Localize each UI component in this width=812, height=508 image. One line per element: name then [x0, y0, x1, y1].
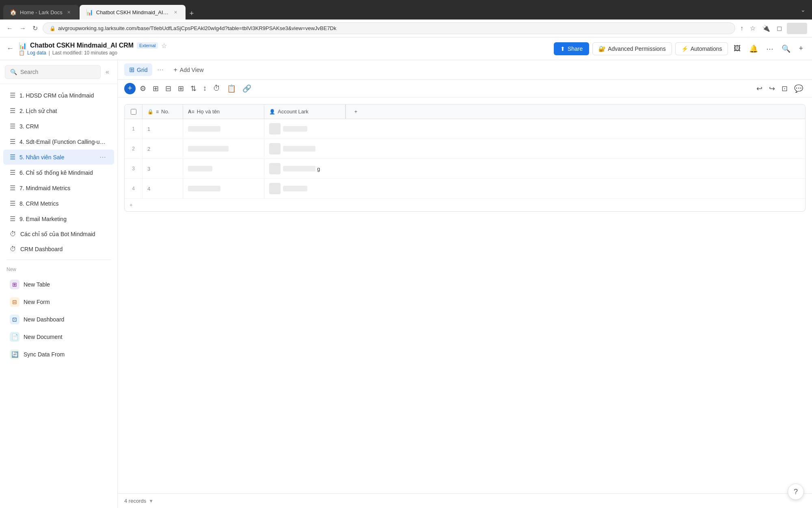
toolbar-comment-button[interactable]: 💬: [792, 82, 806, 96]
new-document-item[interactable]: 📄 New Document: [3, 328, 114, 345]
blurred-name-1: [188, 126, 220, 132]
td-name-1[interactable]: [183, 119, 264, 139]
toolbar-link-button[interactable]: 🔗: [240, 82, 254, 96]
more-options-button[interactable]: ⋯: [764, 42, 776, 56]
sidebar-item-label-8: 8. CRM Metrics: [19, 200, 108, 207]
select-all-checkbox[interactable]: [131, 109, 136, 115]
sidebar-item-bot[interactable]: ⏱ Các chỉ số của Bot Mindmaid: [3, 227, 114, 241]
td-name-3[interactable]: [183, 159, 264, 178]
toolbar-fields-button[interactable]: ⊞: [150, 82, 161, 96]
tab-chatbot[interactable]: 📊 Chatbot CSKH Mindmaid_AI C... ✕: [80, 5, 186, 20]
extensions-button[interactable]: 🔌: [760, 23, 772, 34]
sidebar-item-7[interactable]: ☰ 7. Mindmaid Metrics: [3, 180, 114, 195]
add-row-button[interactable]: +: [125, 199, 805, 211]
data-table-container: 🔒 ≡ No. A≡ Họ và tên 👤 Account Lark: [118, 98, 812, 493]
td-name-4[interactable]: [183, 179, 264, 198]
blurred-avatar-2: [269, 143, 281, 154]
grid-view-tab[interactable]: ⊞ Grid: [124, 63, 152, 76]
sidebar-item-2[interactable]: ☰ 2. Lịch sử chat: [3, 103, 114, 118]
help-button[interactable]: ?: [788, 484, 804, 500]
sidebar-item-9[interactable]: ☰ 9. Email Marketing: [3, 211, 114, 226]
blurred-account-4: [283, 186, 307, 191]
url-bar[interactable]: 🔒 aivgroupworking.sg.larksuite.com/base/…: [43, 22, 735, 34]
sidebar-item-dash[interactable]: ⏱ CRM Dashboard: [3, 242, 114, 256]
toolbar-add-record-button[interactable]: +: [124, 83, 136, 94]
toolbar-sort-button[interactable]: ⇅: [188, 82, 199, 96]
td-checkbox-2[interactable]: 2: [125, 139, 143, 158]
toolbar-filter-button[interactable]: ⊟: [163, 82, 174, 96]
toolbar-share-view-button[interactable]: 📋: [225, 82, 238, 96]
back-button[interactable]: ←: [5, 23, 15, 34]
log-data-icon: 📋: [19, 50, 25, 56]
tab-home[interactable]: 🏠 Home - Lark Docs ✕: [3, 5, 79, 20]
favorite-button[interactable]: ☆: [161, 42, 167, 50]
td-account-1[interactable]: [264, 119, 346, 139]
collapse-sidebar-button[interactable]: «: [102, 67, 112, 77]
sidebar-item-5[interactable]: ☰ 5. Nhân viên Sale ⋯: [3, 150, 114, 165]
tab-home-close[interactable]: ✕: [66, 9, 72, 15]
row-no-value-3: 3: [147, 166, 150, 172]
td-name-2[interactable]: [183, 139, 264, 158]
sidebar-items: ☰ 1. HDSD CRM của Mindmaid ☰ 2. Lịch sử …: [0, 84, 117, 508]
toolbar-group-button[interactable]: ⊞: [175, 82, 186, 96]
no-list-icon: ≡: [156, 109, 159, 115]
toolbar-fullscreen-button[interactable]: ⊡: [779, 82, 790, 96]
th-add-column[interactable]: +: [346, 104, 366, 119]
text-icon-name: A≡: [188, 109, 194, 115]
sidebar-item-1[interactable]: ☰ 1. HDSD CRM của Mindmaid: [3, 88, 114, 103]
td-checkbox-3[interactable]: 3: [125, 159, 143, 178]
records-dropdown[interactable]: ▼: [149, 498, 153, 504]
view-bar: ⊞ Grid ⋯ + Add View: [118, 60, 812, 80]
sync-data-item[interactable]: 🔄 Sync Data From: [3, 346, 114, 363]
add-view-button[interactable]: + Add View: [168, 64, 208, 76]
sidebar-item-5-more[interactable]: ⋯: [98, 153, 108, 161]
new-tab-button[interactable]: +: [186, 8, 197, 20]
td-checkbox-4[interactable]: 4: [125, 179, 143, 198]
search-input[interactable]: [20, 69, 95, 75]
lock-icon-header: 🔒: [147, 109, 153, 115]
new-dashboard-item[interactable]: ⊡ New Dashboard: [3, 311, 114, 328]
sidebar-item-6[interactable]: ☰ 6. Chỉ số thống kê Mindmaid: [3, 165, 114, 180]
tab-chatbot-close[interactable]: ✕: [173, 9, 179, 15]
image-button[interactable]: 🖼: [731, 42, 743, 55]
help-icon: ?: [794, 488, 798, 496]
toolbar-history-button[interactable]: ⏱: [211, 82, 223, 95]
share-button[interactable]: ⬆ Share: [554, 42, 589, 55]
search-button[interactable]: 🔍: [779, 42, 793, 56]
sidebar-item-label-6: 6. Chỉ số thống kê Mindmaid: [19, 169, 108, 176]
refresh-button[interactable]: ↻: [31, 23, 39, 34]
new-form-item[interactable]: ⊟ New Form: [3, 293, 114, 310]
profile-button[interactable]: ◻: [775, 23, 784, 34]
td-account-4[interactable]: [264, 179, 346, 198]
title-icon: 📊: [19, 42, 27, 50]
automations-button[interactable]: ⚡ Automations: [675, 42, 728, 55]
search-box[interactable]: 🔍: [5, 65, 101, 79]
blurred-name-2: [188, 146, 229, 152]
share-url-button[interactable]: ↑: [739, 23, 745, 34]
table-area: ⊞ Grid ⋯ + Add View + ⚙ ⊞ ⊟ ⊞ ⇅ ↕: [118, 60, 812, 508]
td-account-3[interactable]: g: [264, 159, 346, 178]
bookmark-button[interactable]: ☆: [748, 23, 757, 34]
new-table-item[interactable]: ⊞ New Table: [3, 276, 114, 293]
view-more-button[interactable]: ⋯: [155, 64, 165, 75]
sidebar-item-3[interactable]: ☰ 3. CRM: [3, 119, 114, 134]
app-back-button[interactable]: ←: [6, 44, 14, 53]
toolbar-redo-button[interactable]: ↪: [767, 82, 777, 96]
forward-button[interactable]: →: [18, 23, 28, 34]
tab-expand-button[interactable]: ⌄: [797, 5, 809, 15]
add-button[interactable]: +: [796, 42, 806, 55]
sidebar-item-4[interactable]: ☰ 4. Sdt-Email (Function Calling-updati.…: [3, 134, 114, 149]
notifications-button[interactable]: 🔔: [747, 42, 760, 56]
toolbar-settings-button[interactable]: ⚙: [137, 82, 149, 96]
td-checkbox-1[interactable]: 1: [125, 119, 143, 139]
td-account-2[interactable]: [264, 139, 346, 158]
sidebar-item-8[interactable]: ☰ 8. CRM Metrics: [3, 196, 114, 211]
toolbar-height-button[interactable]: ↕: [201, 82, 209, 95]
log-data-label[interactable]: Log data: [27, 50, 46, 56]
toolbar-undo-button[interactable]: ↩: [754, 82, 765, 96]
share-label: Share: [568, 46, 583, 52]
advanced-permissions-button[interactable]: 🔐 Advanced Permissions: [592, 42, 672, 55]
auto-label: Automations: [691, 46, 722, 52]
records-count: 4 records: [124, 498, 146, 504]
table-icon-3: ☰: [10, 122, 15, 130]
